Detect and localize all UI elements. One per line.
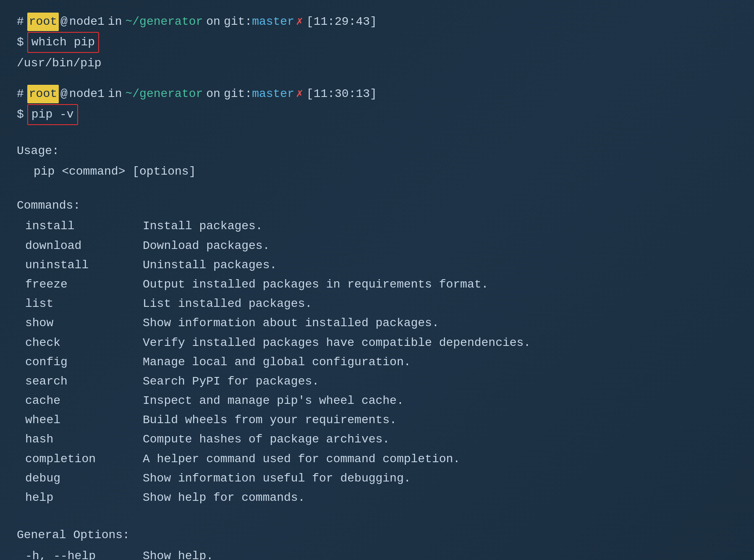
prompt-line-1: # root @ node1 in ~/generator on git: ma… [17,13,737,31]
table-row: download Download packages. [25,236,737,256]
branch-1: master [252,13,294,31]
cmd-name-5: show [25,314,143,333]
list-item: -h, --help Show help. [25,547,737,560]
on-2: on [206,85,220,103]
command-line-1: $ which pip [17,32,737,53]
on-1: on [206,13,220,31]
output-which-pip: /usr/bin/pip [17,55,737,72]
terminal: # root @ node1 in ~/generator on git: ma… [0,0,754,560]
cmd-desc-2: Uninstall packages. [143,256,277,275]
prompt-line-2: # root @ node1 in ~/generator on git: ma… [17,85,737,103]
cmd-name-7: config [25,353,143,372]
usage-content: pip <command> [options] [17,162,737,181]
table-row: hash Compute hashes of package archives. [25,430,737,449]
host-2: node1 [69,85,105,103]
cmd-desc-7: Manage local and global configuration. [143,353,411,372]
cmd-name-2: uninstall [25,256,143,275]
command-pip-v[interactable]: pip -v [27,104,78,125]
command-line-2: $ pip -v [17,104,737,125]
cmd-name-11: hash [25,430,143,449]
cmd-desc-14: Show help for commands. [143,488,305,508]
git-word-1: git: [224,13,252,31]
cmd-name-8: search [25,372,143,391]
user-2: root [27,85,59,103]
branch-2: master [252,85,294,103]
user-1: root [27,13,59,31]
command-which-pip[interactable]: which pip [27,32,99,53]
table-row: freeze Output installed packages in requ… [25,275,737,294]
hash-1: # [17,13,24,31]
git-word-2: git: [224,85,252,103]
table-row: wheel Build wheels from your requirement… [25,411,737,430]
cmd-name-6: check [25,333,143,353]
table-row: help Show help for commands. [25,488,737,508]
dollar-2: $ [17,106,24,123]
blank-4 [17,511,737,523]
cmd-name-0: install [25,217,143,236]
blank-2 [17,127,737,139]
cmd-name-3: freeze [25,275,143,294]
cmd-desc-11: Compute hashes of package archives. [143,430,390,449]
dollar-1: $ [17,34,24,51]
cmd-desc-3: Output installed packages in requirement… [143,275,488,294]
table-row: list List installed packages. [25,294,737,314]
table-row: search Search PyPI for packages. [25,372,737,391]
host-1: node1 [69,13,105,31]
cmd-desc-4: List installed packages. [143,294,312,314]
blank-3 [17,181,737,193]
at-2: @ [60,85,68,103]
table-row: show Show information about installed pa… [25,314,737,333]
hash-2: # [17,85,24,103]
path-1: ~/generator [125,13,203,31]
cmd-desc-8: Search PyPI for packages. [143,372,319,391]
opt-name-0: -h, --help [25,547,143,560]
table-row: check Verify installed packages have com… [25,333,737,353]
table-row: install Install packages. [25,217,737,236]
at-1: @ [60,13,68,31]
timestamp-1: [11:29:43] [306,13,377,31]
timestamp-2: [11:30:13] [306,85,377,103]
cmd-desc-13: Show information useful for debugging. [143,469,411,488]
cmd-name-10: wheel [25,411,143,430]
in-2: in [108,85,122,103]
cmd-name-9: cache [25,391,143,411]
in-1: in [108,13,122,31]
path-2: ~/generator [125,85,203,103]
cmd-desc-5: Show information about installed package… [143,314,439,333]
x-mark-2: ✗ [296,85,303,103]
options-table: -h, --help Show help. --isolated Run pip… [25,547,737,560]
commands-header: Commands: [17,196,737,215]
cmd-name-13: debug [25,469,143,488]
table-row: config Manage local and global configura… [25,353,737,372]
general-options-header: General Options: [17,526,737,545]
cmd-name-1: download [25,236,143,256]
commands-table: install Install packages. download Downl… [25,217,737,508]
table-row: completion A helper command used for com… [25,450,737,469]
cmd-desc-12: A helper command used for command comple… [143,450,460,469]
usage-header: Usage: [17,142,737,161]
table-row: uninstall Uninstall packages. [25,256,737,275]
cmd-name-14: help [25,488,143,508]
x-mark-1: ✗ [296,13,303,31]
cmd-desc-0: Install packages. [143,217,263,236]
opt-desc-0: Show help. [143,547,213,560]
cmd-desc-10: Build wheels from your requirements. [143,411,397,430]
cmd-name-12: completion [25,450,143,469]
blank-1 [17,73,737,85]
cmd-desc-6: Verify installed packages have compatibl… [143,333,531,353]
cmd-name-4: list [25,294,143,314]
table-row: cache Inspect and manage pip's wheel cac… [25,391,737,411]
cmd-desc-9: Inspect and manage pip's wheel cache. [143,391,404,411]
table-row: debug Show information useful for debugg… [25,469,737,488]
cmd-desc-1: Download packages. [143,236,270,256]
